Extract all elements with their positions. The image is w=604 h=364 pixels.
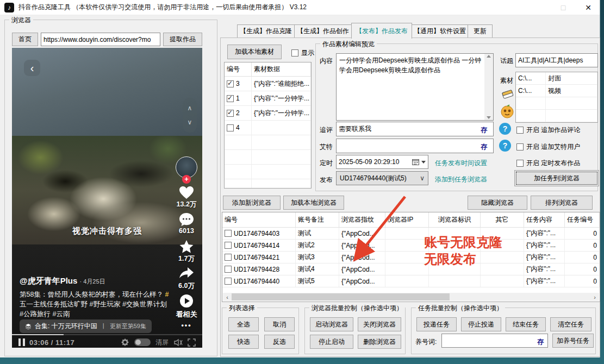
select-all-button[interactable]: 全选 xyxy=(228,317,259,331)
row-checkbox[interactable] xyxy=(227,95,234,102)
row-checkbox[interactable] xyxy=(225,242,232,249)
fullscreen-icon[interactable] xyxy=(188,338,196,347)
hide-browser-button[interactable]: 隐藏浏览器 xyxy=(468,196,527,210)
comment-save-button[interactable]: 存 xyxy=(481,125,487,135)
close-button[interactable]: ✕ xyxy=(581,2,596,13)
arrange-browser-button[interactable]: 排列浏览器 xyxy=(531,196,593,210)
eraser-icon[interactable] xyxy=(501,88,515,101)
chevron-up-icon[interactable]: ∧ xyxy=(188,104,192,112)
column-header[interactable]: 素材数据 xyxy=(252,62,311,76)
material-row[interactable]: 2 {"内容":"一分钟学... xyxy=(225,106,311,121)
keyword-save-button[interactable]: 存 xyxy=(537,337,544,347)
row-checkbox[interactable] xyxy=(225,254,232,261)
tab-generate-clone[interactable]: 【生成】作品克隆 xyxy=(237,24,295,38)
material-row[interactable]: 4 xyxy=(225,121,311,135)
publish-browser-select[interactable]: UD1746794440(测试5) ∨ xyxy=(336,171,428,185)
pause-icon[interactable] xyxy=(18,338,25,346)
delete-browser-button[interactable]: 删除浏览器 xyxy=(358,335,401,349)
video-nav-arrows[interactable]: ∧ ∨ xyxy=(183,98,197,133)
table-horizontal-scrollbar[interactable]: ‹ › xyxy=(223,293,599,301)
start-browser-button[interactable]: 启动浏览器 xyxy=(310,317,353,331)
chevron-down-icon[interactable]: ∨ xyxy=(188,118,192,126)
material-row[interactable]: 1 {"内容":"一分钟学... xyxy=(225,91,311,106)
column-header[interactable]: 浏览器IP xyxy=(385,212,429,227)
comment-icon[interactable] xyxy=(174,212,199,227)
column-header[interactable]: 浏览器指纹 xyxy=(339,212,385,227)
comment-help-icon[interactable] xyxy=(499,123,511,135)
stop-start-button[interactable]: 停止启动 xyxy=(310,335,353,349)
column-header[interactable]: 编号 xyxy=(225,62,252,76)
video-author-row[interactable]: @虎牙青年Plus · 4月25日 xyxy=(20,276,105,286)
material-file-row[interactable]: C:\... 封面 xyxy=(516,72,597,85)
toggle-comment-checkbox[interactable] xyxy=(516,127,524,134)
datetime-dropdown-icon[interactable] xyxy=(421,161,426,164)
like-icon[interactable] xyxy=(174,185,199,200)
tab-settings[interactable]: 【通用】软件设置 xyxy=(412,24,468,38)
show-checkbox-row[interactable]: 显示 xyxy=(291,48,314,58)
toggle-comment-row[interactable]: 开启 追加作品评论 xyxy=(516,125,580,135)
scroll-down-icon[interactable] xyxy=(487,116,491,119)
extract-button[interactable]: 提取作品 xyxy=(163,33,202,46)
back-icon[interactable]: ‹ xyxy=(24,60,40,76)
row-checkbox[interactable] xyxy=(225,266,232,273)
url-input[interactable] xyxy=(41,33,160,46)
column-header[interactable]: 浏览器标识 xyxy=(429,212,481,227)
browser-row[interactable]: UD1746794414 测试2 {"AppCod... {"内容":"... … xyxy=(222,240,600,252)
end-task-button[interactable]: 结束任务 xyxy=(506,317,546,331)
show-checkbox[interactable] xyxy=(291,49,298,57)
deliver-task-button[interactable]: 投递任务 xyxy=(416,317,457,331)
at-input[interactable] xyxy=(336,139,494,153)
tab-update[interactable]: 更新 xyxy=(468,24,493,38)
toggle-schedule-checkbox[interactable] xyxy=(516,160,524,167)
toggle-at-checkbox[interactable] xyxy=(516,143,524,150)
maximize-button[interactable]: □ xyxy=(556,2,571,13)
mute-speaker-icon[interactable] xyxy=(173,338,183,347)
material-file-row[interactable]: C:\... 视频 xyxy=(516,85,597,97)
quick-select-button[interactable]: 快选 xyxy=(228,335,259,349)
material-row[interactable]: 3 {"内容":"谁能拒绝... xyxy=(225,77,311,91)
row-checkbox[interactable] xyxy=(225,278,232,285)
column-header[interactable]: 编号 xyxy=(222,212,296,227)
browser-row[interactable]: UD1746794440 测试5 {"AppCod... {"内容":"... … xyxy=(222,275,600,287)
stop-deliver-button[interactable]: 停止投递 xyxy=(461,317,501,331)
add-new-browser-button[interactable]: 添加新浏览器 xyxy=(223,196,281,210)
browser-row[interactable]: UD1746794421 测试3 {"AppCod... {"内容":"... … xyxy=(222,252,600,263)
scroll-right-icon[interactable]: › xyxy=(590,293,599,301)
add-task-to-browser-button[interactable]: 加任务到浏览器 xyxy=(514,170,599,186)
author-name[interactable]: @虎牙青年Plus xyxy=(20,276,77,285)
calendar-icon[interactable] xyxy=(412,159,419,165)
cancel-select-button[interactable]: 取消 xyxy=(264,317,295,331)
settings-gear-icon[interactable] xyxy=(121,338,129,347)
scroll-left-icon[interactable]: ‹ xyxy=(223,293,232,301)
row-checkbox[interactable] xyxy=(227,80,234,87)
tab-publish[interactable]: 【发布】作品发布 xyxy=(351,23,412,39)
textarea-scrollbar[interactable] xyxy=(484,54,493,120)
tab-generate-create[interactable]: 【生成】作品创作 xyxy=(294,24,352,38)
clear-task-button[interactable]: 清空任务 xyxy=(550,317,591,331)
share-icon[interactable] xyxy=(174,266,199,280)
close-browser-button[interactable]: 关闭浏览器 xyxy=(358,317,401,331)
row-checkbox[interactable] xyxy=(225,230,232,237)
load-local-material-button[interactable]: 加载本地素材 xyxy=(227,45,282,59)
emoji-face-icon[interactable] xyxy=(500,104,514,118)
browser-row[interactable]: UD1746794403 测试 {"AppCod... {"内容":"... 0 xyxy=(222,228,600,240)
column-header[interactable]: 其它 xyxy=(481,212,524,227)
scroll-up-icon[interactable] xyxy=(487,55,491,58)
at-help-icon[interactable] xyxy=(499,140,511,152)
schedule-datetime-input[interactable]: 2025-05-09 20:29:10 xyxy=(336,155,428,169)
column-header[interactable]: 任务编号 xyxy=(565,212,600,227)
seek-bar[interactable] xyxy=(12,334,202,335)
column-header[interactable]: 任务内容 xyxy=(524,212,565,227)
schedule-settings-link[interactable]: 任务发布时间设置 xyxy=(435,159,487,168)
at-save-button[interactable]: 存 xyxy=(481,142,487,152)
row-checkbox[interactable] xyxy=(227,110,234,117)
content-textarea[interactable]: 一分钟学会用Deepseek剪映生成原创作品 一分钟学会用Deepseek剪映生… xyxy=(336,53,494,121)
video-player[interactable]: ‹ ∧ ∨ 视觉冲击得有多强 + 13.2万 6013 1.7万 6.0万 看相… xyxy=(12,48,202,348)
collection-pill[interactable]: 合集: 十万元环行中国 丨 更新至第59集 xyxy=(20,319,152,333)
follow-plus-icon[interactable]: + xyxy=(182,175,191,184)
related-play-icon[interactable] xyxy=(174,293,199,309)
add-to-task-browser-link[interactable]: 添加到任务浏览器 xyxy=(435,175,487,184)
home-button[interactable]: 首页 xyxy=(12,33,38,46)
favorite-star-icon[interactable] xyxy=(174,239,199,254)
related-label[interactable]: 看相关 xyxy=(174,310,199,319)
